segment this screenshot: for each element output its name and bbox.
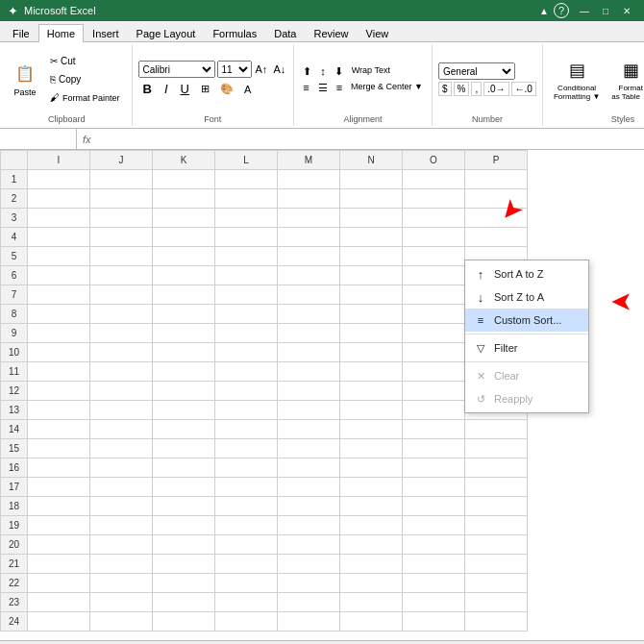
- row-header-18[interactable]: 18: [1, 497, 28, 516]
- cell[interactable]: [28, 593, 90, 612]
- cut-button[interactable]: ✂ Cut: [44, 53, 126, 70]
- cell[interactable]: [340, 266, 403, 285]
- cell[interactable]: [278, 382, 340, 401]
- cell[interactable]: [215, 228, 278, 247]
- cell[interactable]: [153, 170, 215, 189]
- cell[interactable]: [403, 612, 465, 632]
- copy-button[interactable]: ⎘ Copy: [44, 71, 126, 88]
- row-header-23[interactable]: 23: [1, 593, 28, 612]
- cell[interactable]: [215, 497, 278, 516]
- cell[interactable]: [153, 401, 215, 420]
- cell[interactable]: [153, 343, 215, 362]
- cell[interactable]: [28, 324, 90, 343]
- decrease-decimal-button[interactable]: ←.0: [511, 82, 536, 96]
- cell[interactable]: [340, 189, 403, 209]
- cell[interactable]: [153, 535, 215, 555]
- comma-button[interactable]: ,: [471, 82, 482, 96]
- cell[interactable]: [90, 170, 153, 189]
- row-header-2[interactable]: 2: [1, 189, 28, 209]
- cell[interactable]: [465, 458, 528, 478]
- align-middle-button[interactable]: ↕: [317, 64, 329, 79]
- cell[interactable]: [90, 458, 153, 478]
- cell[interactable]: [278, 189, 340, 209]
- font-color-button[interactable]: A: [240, 82, 255, 97]
- row-header-21[interactable]: 21: [1, 555, 28, 574]
- cell[interactable]: [403, 285, 465, 305]
- cell[interactable]: [28, 189, 90, 209]
- cell[interactable]: [403, 458, 465, 478]
- cell[interactable]: [340, 305, 403, 324]
- help-icon[interactable]: ?: [554, 3, 569, 18]
- cell[interactable]: [28, 362, 90, 382]
- menu-item-filter[interactable]: ▽ Filter: [465, 336, 588, 359]
- cell[interactable]: [465, 555, 528, 574]
- cell[interactable]: [340, 458, 403, 478]
- cell[interactable]: [90, 535, 153, 555]
- cell[interactable]: [215, 247, 278, 266]
- cell[interactable]: [340, 362, 403, 382]
- cell[interactable]: [90, 285, 153, 305]
- bold-button[interactable]: B: [138, 80, 157, 98]
- wrap-text-button[interactable]: Wrap Text: [349, 64, 393, 79]
- cell[interactable]: [215, 439, 278, 458]
- col-header-o[interactable]: O: [403, 151, 465, 170]
- ribbon-collapse-icon[interactable]: ▲: [536, 6, 552, 16]
- cell[interactable]: [403, 343, 465, 362]
- cell[interactable]: [465, 497, 528, 516]
- cell[interactable]: [153, 458, 215, 478]
- cell[interactable]: [278, 593, 340, 612]
- row-header-16[interactable]: 16: [1, 458, 28, 478]
- cell[interactable]: [153, 285, 215, 305]
- currency-button[interactable]: $: [438, 82, 452, 96]
- cell[interactable]: [403, 324, 465, 343]
- cell[interactable]: [403, 555, 465, 574]
- cell[interactable]: [340, 574, 403, 593]
- menu-item-custom-sort[interactable]: ≡ Custom Sort...: [465, 309, 588, 332]
- format-painter-button[interactable]: 🖌 Format Painter: [44, 89, 126, 107]
- cell[interactable]: [153, 228, 215, 247]
- cell[interactable]: [340, 401, 403, 420]
- row-header-8[interactable]: 8: [1, 305, 28, 324]
- cell[interactable]: [278, 209, 340, 228]
- row-header-19[interactable]: 19: [1, 516, 28, 535]
- row-header-5[interactable]: 5: [1, 247, 28, 266]
- cell[interactable]: [278, 458, 340, 478]
- cell[interactable]: [403, 247, 465, 266]
- cell[interactable]: [90, 612, 153, 632]
- number-format-select[interactable]: General: [438, 62, 515, 80]
- cell[interactable]: [90, 593, 153, 612]
- cell[interactable]: [153, 247, 215, 266]
- tab-insert[interactable]: Insert: [84, 24, 128, 42]
- cell[interactable]: [153, 478, 215, 497]
- row-header-4[interactable]: 4: [1, 228, 28, 247]
- close-button[interactable]: ✕: [617, 3, 636, 18]
- cell[interactable]: [28, 612, 90, 632]
- cell[interactable]: [340, 343, 403, 362]
- cell[interactable]: [153, 555, 215, 574]
- cell[interactable]: [90, 478, 153, 497]
- cell[interactable]: [403, 362, 465, 382]
- cell[interactable]: [90, 209, 153, 228]
- cell[interactable]: [465, 516, 528, 535]
- cell[interactable]: [465, 209, 528, 228]
- col-header-i[interactable]: I: [28, 151, 90, 170]
- cell[interactable]: [278, 170, 340, 189]
- tab-page-layout[interactable]: Page Layout: [128, 24, 205, 42]
- cell[interactable]: [403, 170, 465, 189]
- format-as-table-button[interactable]: ▦ Formatas Table ▼: [607, 51, 644, 109]
- cell[interactable]: [340, 497, 403, 516]
- cell[interactable]: [90, 382, 153, 401]
- cell[interactable]: [465, 439, 528, 458]
- font-size-select[interactable]: 11: [217, 61, 252, 78]
- align-center-button[interactable]: ☰: [315, 81, 331, 95]
- row-header-15[interactable]: 15: [1, 439, 28, 458]
- maximize-button[interactable]: □: [596, 3, 615, 18]
- cell[interactable]: [90, 324, 153, 343]
- cell[interactable]: [153, 209, 215, 228]
- cell[interactable]: [403, 228, 465, 247]
- cell[interactable]: [465, 593, 528, 612]
- cell[interactable]: [153, 439, 215, 458]
- merge-button[interactable]: Merge & Center ▼: [348, 81, 426, 95]
- conditional-formatting-button[interactable]: ▤ ConditionalFormatting ▼: [549, 51, 605, 109]
- cell[interactable]: [215, 382, 278, 401]
